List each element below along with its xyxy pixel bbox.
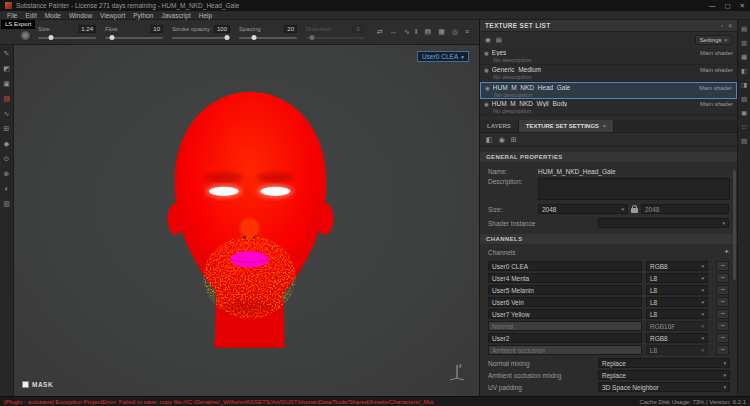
channel-format-select[interactable]: L8▾ <box>646 297 708 307</box>
list-filter-icon[interactable]: ▤ <box>496 36 502 44</box>
path-tool-icon[interactable]: ⊗ <box>2 169 12 179</box>
geometry-mask-icon[interactable]: ◐ <box>2 184 12 194</box>
texture-set-row[interactable]: ◉Generic_MediumMain shaderNo description <box>480 65 737 82</box>
close-button[interactable]: ✕ <box>740 2 745 10</box>
visibility-all-icon[interactable]: ◉ <box>485 36 491 44</box>
uv-padding-select[interactable]: 3D Space Neighbor ▾ <box>598 382 730 392</box>
display-mode-icon[interactable]: ▤ <box>425 27 432 37</box>
material-mode-icon[interactable]: ◉ <box>499 136 505 144</box>
description-field[interactable] <box>538 178 730 200</box>
channel-row[interactable]: User4 MentaL8▾− <box>480 272 737 284</box>
remove-channel-button[interactable]: − <box>716 333 729 343</box>
slider-flow[interactable]: Flow10 <box>105 25 163 39</box>
slider-stroke-opacity[interactable]: Stroke opacity100 <box>172 25 230 39</box>
channel-row[interactable]: User6 VeinL8▾− <box>480 296 737 308</box>
panel-tab-display-icon[interactable]: ◨ <box>739 80 749 90</box>
grid-icon[interactable]: ▦ <box>438 27 445 37</box>
menu-file[interactable]: File <box>3 12 21 19</box>
channel-format-select[interactable]: L8▾ <box>646 285 708 295</box>
panel-tab-texture-set-icon[interactable]: ▦ <box>739 52 749 62</box>
axis-gizmo[interactable]: y <box>447 362 467 382</box>
menu-edit[interactable]: Edit <box>21 12 40 19</box>
slider-spacing[interactable]: Spacing20 <box>239 25 297 39</box>
polygon-fill-tool-icon[interactable]: ▨ <box>2 94 12 104</box>
symmetry-icon[interactable]: ⇄ <box>377 27 383 37</box>
channel-format-select[interactable]: RGB8▾ <box>646 333 708 343</box>
clone-tool-icon[interactable]: ⊞ <box>2 124 12 134</box>
channel-format-select[interactable]: L8▾ <box>646 309 708 319</box>
settings-dropdown[interactable]: Settings ▾ <box>695 35 732 45</box>
menu-viewport[interactable]: Viewport <box>96 12 129 19</box>
normal-mixing-select[interactable]: Replace ▾ <box>598 358 730 368</box>
alignment-icon[interactable]: ↔ <box>390 27 397 37</box>
ao-mixing-select[interactable]: Replace ▾ <box>598 370 730 380</box>
channel-format-select[interactable]: L8▾ <box>646 345 708 355</box>
panel-tab-shader-icon[interactable]: ◧ <box>739 66 749 76</box>
material-picker-icon[interactable]: ◆ <box>2 139 12 149</box>
visibility-icon[interactable]: ◉ <box>484 67 489 73</box>
texture-set-row[interactable]: ◉EyesMain shaderNo description <box>480 48 737 65</box>
remove-channel-button[interactable]: − <box>716 273 729 283</box>
texture-set-row[interactable]: ◉HUM_M_NKD_Wyll_BodyMain shaderNo descri… <box>480 99 737 116</box>
panel-tab-log-icon[interactable]: ▨ <box>739 136 749 146</box>
channel-row[interactable]: User7 YellowL8▾− <box>480 308 737 320</box>
camera-icon[interactable]: ◎ <box>452 27 458 37</box>
main-shader-link[interactable]: Main shader <box>700 50 733 56</box>
panel-tab-history-icon[interactable]: ▧ <box>739 94 749 104</box>
paint-mode-icon[interactable]: ◧ <box>486 136 493 144</box>
slider-distortion[interactable]: Distortion3 <box>306 25 364 39</box>
channel-row[interactable]: User5 MelaninL8▾− <box>480 284 737 296</box>
expand-icon[interactable]: ⊞ <box>511 136 517 144</box>
menu-python[interactable]: Python <box>129 12 157 19</box>
shader-instance-select[interactable]: ▾ <box>598 218 729 228</box>
view-mode-icon[interactable]: ▥ <box>2 199 12 209</box>
menu-javascript[interactable]: Javascript <box>158 12 195 19</box>
mask-toggle[interactable]: MASK <box>22 381 53 388</box>
model-head[interactable] <box>163 88 338 348</box>
remove-channel-button[interactable]: − <box>716 345 729 355</box>
tab-layers[interactable]: LAYERS <box>480 120 519 132</box>
tab-close-icon[interactable]: × <box>603 123 607 129</box>
size-lock-icon[interactable] <box>631 205 638 213</box>
panel-tab-properties-icon[interactable]: ▣ <box>739 108 749 118</box>
slider-knob[interactable] <box>309 35 314 40</box>
menu-window[interactable]: Window <box>65 12 96 19</box>
eraser-tool-icon[interactable]: ◩ <box>2 64 12 74</box>
main-shader-link[interactable]: Main shader <box>700 67 733 73</box>
minimize-button[interactable]: — <box>709 2 716 10</box>
add-channel-button[interactable]: + <box>724 248 729 256</box>
size-select[interactable]: 2048 ▾ <box>538 204 628 214</box>
projection-tool-icon[interactable]: ▣ <box>2 79 12 89</box>
slider-knob[interactable] <box>252 35 257 40</box>
channel-format-select[interactable]: RGB16F▾ <box>646 321 708 331</box>
pause-engine-icon[interactable]: ‖ <box>415 27 418 37</box>
panel-tab-viewer-icon[interactable]: □ <box>739 122 749 132</box>
slider-knob[interactable] <box>109 35 114 40</box>
visibility-icon[interactable]: ◉ <box>484 101 489 107</box>
channel-format-select[interactable]: L8▾ <box>646 273 708 283</box>
panel-close-icon[interactable]: × <box>728 22 732 29</box>
visibility-icon[interactable]: ◉ <box>485 85 490 91</box>
remove-channel-button[interactable]: − <box>716 297 729 307</box>
channel-format-select[interactable]: RGB8▾ <box>646 261 708 271</box>
slider-knob[interactable] <box>224 35 229 40</box>
channel-row[interactable]: Ambient occlusionL8▾− <box>480 344 737 356</box>
viewport-options-icon[interactable]: ≡ <box>465 27 469 37</box>
channel-row[interactable]: NormalRGB16F▾− <box>480 320 737 332</box>
menu-help[interactable]: Help <box>195 12 216 19</box>
maximize-button[interactable]: ▢ <box>724 2 730 10</box>
visibility-icon[interactable]: ◉ <box>484 50 489 56</box>
slider-size[interactable]: Size1.24 <box>38 25 96 39</box>
remove-channel-button[interactable]: − <box>716 321 729 331</box>
smudge-tool-icon[interactable]: ∿ <box>2 109 12 119</box>
viewport-channel-selector[interactable]: User0 CLEA ▾ <box>417 51 469 62</box>
panel-tab-assets-icon[interactable]: ▤ <box>739 24 749 34</box>
slider-knob[interactable] <box>48 35 53 40</box>
ls-export-window[interactable]: LS Export <box>1 20 35 29</box>
viewport-3d[interactable]: User0 CLEA ▾ MASK y <box>14 45 479 396</box>
lazy-mouse-icon[interactable]: ∿ <box>404 27 410 37</box>
channel-row[interactable]: User2RGB8▾− <box>480 332 737 344</box>
dock-icon[interactable]: ▫ <box>721 22 723 29</box>
remove-channel-button[interactable]: − <box>716 309 729 319</box>
panel-scrollbar[interactable] <box>733 170 736 280</box>
